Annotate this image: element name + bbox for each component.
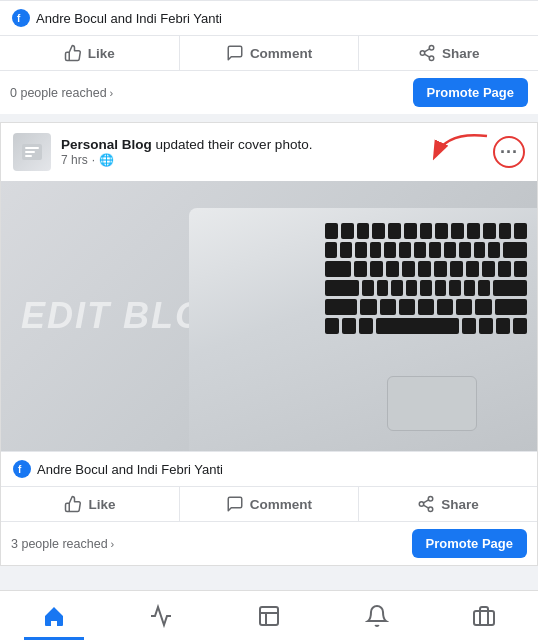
key bbox=[498, 261, 511, 277]
svg-text:f: f bbox=[18, 464, 22, 474]
post2-action-bar: Like Comment Share bbox=[1, 486, 537, 522]
top-authors-label: Andre Bocul and Indi Febri Yanti bbox=[36, 11, 222, 26]
key bbox=[359, 318, 373, 334]
post2-page-name: Personal Blog bbox=[61, 137, 152, 152]
post1-reach-chevron: › bbox=[110, 87, 114, 99]
key bbox=[418, 299, 434, 315]
key bbox=[482, 261, 495, 277]
key bbox=[402, 261, 415, 277]
post1-promote-button[interactable]: Promote Page bbox=[413, 78, 528, 107]
key bbox=[467, 223, 480, 239]
section-divider bbox=[0, 114, 538, 122]
key bbox=[493, 280, 527, 296]
post1-comment-button[interactable]: Comment bbox=[180, 36, 360, 70]
post2-authors-label: Andre Bocul and Indi Febri Yanti bbox=[37, 462, 223, 477]
post2-facebook-icon: f bbox=[13, 460, 31, 478]
post2-image: EDIT BLOG bbox=[1, 181, 537, 451]
key bbox=[503, 242, 527, 258]
key bbox=[391, 280, 402, 296]
post2-promote-button[interactable]: Promote Page bbox=[412, 529, 527, 558]
key bbox=[435, 223, 448, 239]
key bbox=[479, 318, 493, 334]
svg-rect-8 bbox=[25, 151, 35, 153]
key bbox=[414, 242, 426, 258]
nav-menu[interactable] bbox=[430, 591, 538, 640]
svg-line-14 bbox=[424, 505, 429, 508]
nav-pages[interactable] bbox=[215, 591, 323, 640]
bottom-nav bbox=[0, 590, 538, 640]
key bbox=[388, 223, 401, 239]
key bbox=[462, 318, 476, 334]
key bbox=[325, 299, 357, 315]
key bbox=[360, 299, 376, 315]
key bbox=[380, 299, 396, 315]
post2-time: 7 hrs bbox=[61, 153, 88, 167]
svg-line-15 bbox=[424, 500, 429, 503]
post1-like-label: Like bbox=[88, 46, 115, 61]
key bbox=[420, 280, 431, 296]
spacebar-key bbox=[376, 318, 460, 334]
key bbox=[340, 242, 352, 258]
post2-authors-row: f Andre Bocul and Indi Febri Yanti bbox=[1, 451, 537, 486]
svg-line-4 bbox=[424, 54, 429, 57]
post1-share-button[interactable]: Share bbox=[359, 36, 538, 70]
post2-meta: Personal Blog updated their cover photo.… bbox=[61, 137, 483, 167]
post1-comment-label: Comment bbox=[250, 46, 312, 61]
key bbox=[370, 261, 383, 277]
key bbox=[464, 280, 475, 296]
key bbox=[325, 318, 339, 334]
post2-title: Personal Blog updated their cover photo. bbox=[61, 137, 483, 152]
more-dots-label: ··· bbox=[500, 142, 518, 163]
dot-separator: · bbox=[92, 153, 95, 167]
post1-reach-link[interactable]: 0 people reached › bbox=[10, 86, 113, 100]
key bbox=[406, 280, 417, 296]
post2-reach-link[interactable]: 3 people reached › bbox=[11, 537, 114, 551]
post2-like-button[interactable]: Like bbox=[1, 487, 180, 521]
top-authors-row: f Andre Bocul and Indi Febri Yanti bbox=[0, 0, 538, 35]
key bbox=[513, 318, 527, 334]
key bbox=[384, 242, 396, 258]
key bbox=[354, 261, 367, 277]
key bbox=[488, 242, 500, 258]
post2-comment-label: Comment bbox=[250, 497, 312, 512]
key bbox=[475, 299, 491, 315]
post2-reach-row: 3 people reached › Promote Page bbox=[1, 522, 537, 565]
post1-reach-text: 0 people reached bbox=[10, 86, 107, 100]
nav-notifications[interactable] bbox=[323, 591, 431, 640]
key bbox=[377, 280, 388, 296]
post2-share-label: Share bbox=[441, 497, 479, 512]
post1-action-bar: Like Comment Share bbox=[0, 35, 538, 71]
post2-like-label: Like bbox=[88, 497, 115, 512]
key bbox=[459, 242, 471, 258]
svg-rect-16 bbox=[260, 607, 278, 625]
key bbox=[495, 299, 527, 315]
key bbox=[399, 299, 415, 315]
post2-reach-chevron: › bbox=[111, 538, 115, 550]
globe-icon: 🌐 bbox=[99, 153, 114, 167]
post1-reach-row: 0 people reached › Promote Page bbox=[0, 71, 538, 114]
key bbox=[496, 318, 510, 334]
touchpad bbox=[387, 376, 477, 431]
post2-comment-button[interactable]: Comment bbox=[180, 487, 359, 521]
key bbox=[325, 280, 359, 296]
key bbox=[355, 242, 367, 258]
key bbox=[342, 318, 356, 334]
post2-subtitle: 7 hrs · 🌐 bbox=[61, 153, 483, 167]
key bbox=[386, 261, 399, 277]
post1-like-button[interactable]: Like bbox=[0, 36, 180, 70]
nav-home[interactable] bbox=[0, 591, 108, 640]
key bbox=[357, 223, 370, 239]
key bbox=[370, 242, 382, 258]
key bbox=[483, 223, 496, 239]
key bbox=[499, 223, 512, 239]
more-options-button[interactable]: ··· bbox=[493, 136, 525, 168]
key bbox=[478, 280, 489, 296]
key bbox=[341, 223, 354, 239]
nav-activity[interactable] bbox=[108, 591, 216, 640]
post2-share-button[interactable]: Share bbox=[359, 487, 537, 521]
key bbox=[437, 299, 453, 315]
key bbox=[456, 299, 472, 315]
key bbox=[474, 242, 486, 258]
key bbox=[449, 280, 460, 296]
key bbox=[514, 261, 527, 277]
